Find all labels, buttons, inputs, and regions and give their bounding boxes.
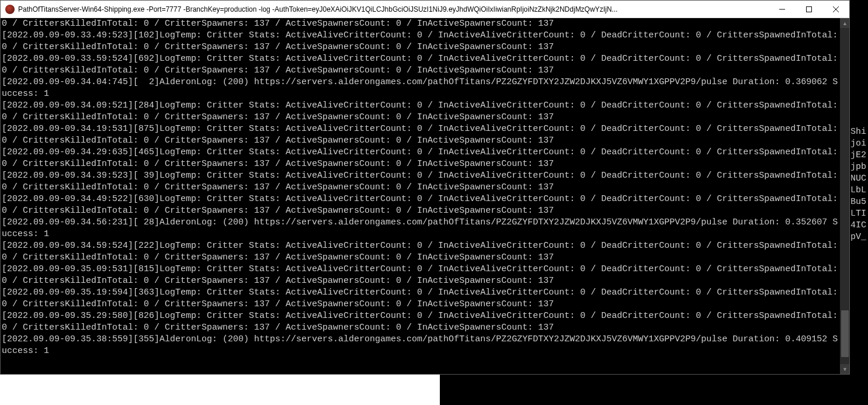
svg-rect-1 (807, 6, 812, 12)
maximize-icon (806, 6, 812, 12)
minimize-button[interactable] (769, 1, 796, 18)
close-button[interactable] (822, 1, 849, 18)
titlebar[interactable]: PathOfTitansServer-Win64-Shipping.exe -P… (1, 1, 849, 18)
scroll-down-arrow[interactable]: ▼ (840, 364, 849, 374)
client-area: 0 / CrittersKilledInTotal: 0 / CritterSp… (1, 18, 849, 374)
close-icon (833, 6, 839, 12)
scroll-up-arrow[interactable]: ▲ (840, 18, 849, 28)
vertical-scrollbar[interactable]: ▲ ▼ (840, 18, 849, 374)
console-output[interactable]: 0 / CrittersKilledInTotal: 0 / CritterSp… (1, 18, 840, 374)
app-icon (5, 5, 15, 14)
background-console: Shi joi jE2 jpb NUC LbL Bu5 LTI 4IC pV_ (849, 21, 868, 375)
minimize-icon (779, 6, 785, 12)
maximize-button[interactable] (796, 1, 822, 18)
console-window: PathOfTitansServer-Win64-Shipping.exe -P… (0, 0, 850, 375)
window-title: PathOfTitansServer-Win64-Shipping.exe -P… (18, 5, 769, 13)
window-controls (769, 1, 849, 18)
background-white-strip (0, 375, 440, 405)
scrollbar-thumb[interactable] (841, 310, 849, 357)
